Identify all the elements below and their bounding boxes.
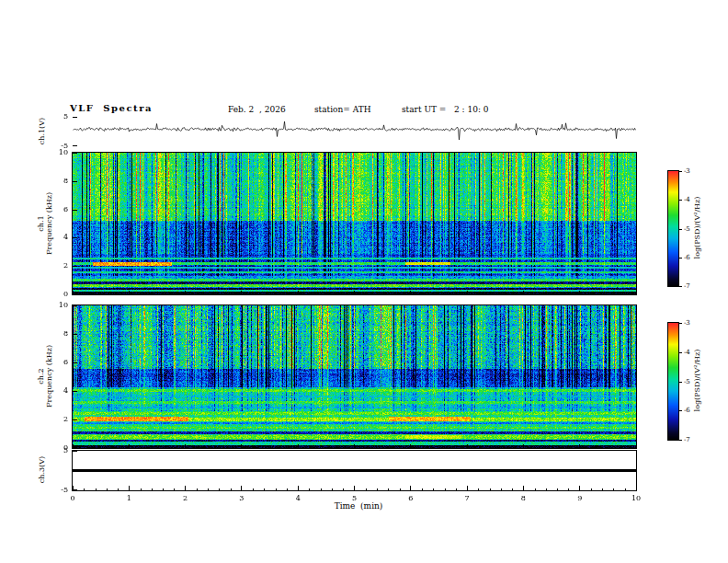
colorbar-2-gradient bbox=[668, 323, 678, 440]
x-tick-mark bbox=[579, 291, 580, 294]
x-minor-tick-mark bbox=[512, 488, 513, 491]
x-minor-tick-mark bbox=[377, 488, 378, 491]
x-tick-mark bbox=[354, 444, 355, 448]
colorbar-tick-mark bbox=[679, 258, 682, 259]
colorbar-tick-label: -5 bbox=[684, 378, 700, 385]
x-tick-mark bbox=[579, 444, 580, 448]
x-axis-title: Time (min) bbox=[317, 501, 400, 511]
x-tick-mark bbox=[241, 486, 242, 490]
x-tick-mark bbox=[467, 291, 468, 294]
x-minor-tick-mark bbox=[422, 488, 423, 491]
ch1-axis-channel-label: ch.1 bbox=[37, 182, 45, 265]
start-ut-label: start UT = 2 : 10: 0 bbox=[402, 105, 489, 114]
ch1-waveform-canvas bbox=[73, 117, 636, 146]
y-tick-mark bbox=[73, 305, 77, 306]
x-tick-mark bbox=[298, 486, 299, 490]
colorbar-tick-mark bbox=[679, 171, 682, 172]
x-minor-tick-mark bbox=[625, 488, 626, 491]
colorbar-tick-label: -7 bbox=[684, 436, 700, 443]
x-tick-mark bbox=[636, 291, 637, 294]
x-tick-mark bbox=[636, 486, 637, 490]
x-minor-tick-mark bbox=[343, 488, 344, 491]
x-tick-mark bbox=[129, 291, 130, 294]
y-tick-mark bbox=[73, 266, 77, 267]
colorbar-1 bbox=[667, 170, 679, 287]
ch1-frequency-axis-label: ch.1 Frequency (kHz) bbox=[37, 182, 53, 265]
colorbar-tick-mark bbox=[679, 286, 682, 287]
y-tick-mark bbox=[73, 153, 77, 154]
x-minor-tick-mark bbox=[276, 488, 277, 491]
ch2-axis-frequency-label: Frequency (kHz) bbox=[45, 335, 53, 418]
x-tick-mark bbox=[354, 291, 355, 294]
colorbar-tick-label: -4 bbox=[684, 349, 700, 356]
ch2-spectrogram-canvas bbox=[73, 305, 636, 448]
x-minor-tick-mark bbox=[602, 488, 603, 491]
x-tick-mark bbox=[185, 291, 186, 294]
ch2-spectrogram-panel bbox=[72, 304, 637, 449]
y-tick-mark bbox=[73, 237, 77, 238]
x-minor-tick-mark bbox=[501, 488, 502, 491]
y-tick-mark bbox=[73, 181, 77, 182]
ch2-axis-channel-label: ch.2 bbox=[37, 335, 45, 418]
x-minor-tick-mark bbox=[118, 488, 119, 491]
x-tick-mark bbox=[298, 444, 299, 448]
y-tick-mark bbox=[73, 210, 77, 211]
x-minor-tick-mark bbox=[197, 488, 198, 491]
x-minor-tick-mark bbox=[400, 488, 401, 491]
x-minor-tick-mark bbox=[478, 488, 479, 491]
vlf-spectra-figure: VLF Spectra Feb. 2 , 2026 station= ATH s… bbox=[0, 0, 728, 563]
x-tick-mark bbox=[73, 291, 74, 294]
y-tick-label: 10 bbox=[50, 148, 68, 156]
x-tick-mark bbox=[298, 291, 299, 294]
ch2-frequency-axis-label: ch.2 Frequency (kHz) bbox=[37, 335, 53, 418]
x-tick-mark bbox=[467, 444, 468, 448]
x-minor-tick-mark bbox=[287, 488, 288, 491]
x-tick-label: 4 bbox=[290, 494, 305, 502]
x-tick-label: 7 bbox=[460, 494, 474, 502]
x-minor-tick-mark bbox=[107, 488, 108, 491]
x-minor-tick-mark bbox=[219, 488, 220, 491]
date-label: Feb. 2 , 2026 bbox=[228, 105, 286, 114]
y-tick-mark bbox=[73, 117, 77, 118]
colorbar-tick-mark bbox=[679, 200, 682, 201]
y-tick-mark bbox=[73, 362, 77, 363]
x-tick-mark bbox=[523, 291, 524, 294]
x-minor-tick-mark bbox=[321, 488, 322, 491]
y-tick-label: 5 bbox=[50, 112, 68, 121]
x-tick-label: 10 bbox=[629, 494, 643, 502]
x-minor-tick-mark bbox=[366, 488, 367, 491]
colorbar-tick-mark bbox=[679, 382, 682, 383]
x-tick-label: 5 bbox=[347, 494, 362, 502]
x-tick-mark bbox=[185, 486, 186, 490]
x-tick-mark bbox=[523, 444, 524, 448]
x-minor-tick-mark bbox=[591, 488, 592, 491]
x-tick-mark bbox=[410, 486, 411, 490]
colorbar-tick-label: -3 bbox=[684, 167, 700, 175]
x-minor-tick-mark bbox=[456, 488, 457, 491]
y-tick-label: 4 bbox=[50, 386, 68, 395]
x-minor-tick-mark bbox=[445, 488, 446, 491]
x-tick-label: 1 bbox=[121, 494, 136, 502]
y-tick-label: 6 bbox=[50, 205, 68, 213]
ch1-waveform-panel bbox=[73, 117, 636, 146]
x-minor-tick-mark bbox=[535, 488, 536, 491]
ch1-axis-frequency-label: Frequency (kHz) bbox=[45, 182, 53, 265]
y-tick-mark bbox=[73, 391, 77, 392]
colorbar-tick-mark bbox=[679, 323, 682, 324]
x-tick-mark bbox=[129, 486, 130, 490]
ch1-spectrogram-panel bbox=[72, 152, 637, 295]
colorbar-tick-label: -7 bbox=[684, 282, 700, 290]
y-tick-mark bbox=[73, 447, 77, 448]
colorbar-1-gradient bbox=[668, 171, 678, 286]
y-tick-label: 2 bbox=[50, 261, 68, 270]
ch1-spectrogram-canvas bbox=[73, 153, 636, 294]
x-minor-tick-mark bbox=[433, 488, 434, 491]
colorbar-tick-label: -6 bbox=[684, 407, 700, 414]
colorbar-tick-mark bbox=[679, 229, 682, 230]
x-minor-tick-mark bbox=[231, 488, 232, 491]
y-tick-mark bbox=[73, 145, 77, 146]
x-minor-tick-mark bbox=[309, 488, 310, 491]
y-tick-label: 2 bbox=[50, 415, 68, 423]
x-minor-tick-mark bbox=[174, 488, 175, 491]
x-minor-tick-mark bbox=[96, 488, 97, 491]
